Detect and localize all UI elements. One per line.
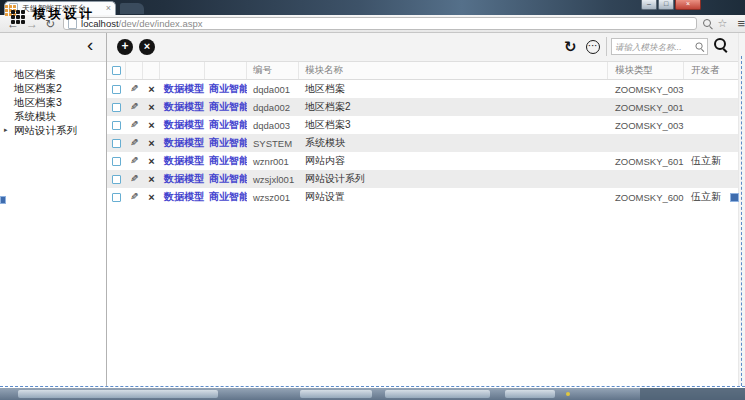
checkbox-icon[interactable] xyxy=(112,121,121,130)
delete-button[interactable]: × xyxy=(143,134,160,152)
sidebar-item-label: 地区档案3 xyxy=(14,96,62,108)
refresh-icon[interactable]: ↻ xyxy=(564,38,577,55)
edit-pencil-icon[interactable]: ✎ xyxy=(130,174,138,184)
row-checkbox[interactable] xyxy=(107,152,126,170)
data-model-link[interactable]: 数据模型 xyxy=(160,190,204,204)
module-table: 编号 模块名称 模块类型 开发者 ✎ × 数据模型 商业智能 dqda001 地… xyxy=(107,62,738,206)
business-intelligence-link[interactable]: 商业智能 xyxy=(205,82,247,96)
browser-menu-icon[interactable]: ≡ xyxy=(737,17,745,30)
collapse-sidebar-icon[interactable]: ‹ xyxy=(87,34,93,56)
search-box[interactable] xyxy=(611,38,708,55)
data-model-link[interactable]: 数据模型 xyxy=(160,172,204,186)
table-row: ✎ × 数据模型 商业智能 dqda001 地区档案 ZOOMSKY_003 xyxy=(107,80,738,98)
delete-button[interactable]: × xyxy=(143,152,160,170)
sidebar-item[interactable]: ▸ 系统模块 xyxy=(0,109,106,123)
advanced-search-icon[interactable] xyxy=(714,38,728,52)
data-model-link[interactable]: 数据模型 xyxy=(160,154,204,168)
edit-button[interactable]: ✎ xyxy=(126,80,143,98)
sidebar-item[interactable]: ▸ 地区档案 xyxy=(0,67,106,81)
select-all-checkbox[interactable] xyxy=(107,62,126,79)
delete-button[interactable]: × xyxy=(143,98,160,116)
checkbox-icon[interactable] xyxy=(112,103,121,112)
edit-button[interactable]: ✎ xyxy=(126,188,143,206)
checkbox-icon[interactable] xyxy=(112,193,121,202)
new-tab-button[interactable] xyxy=(120,3,144,14)
row-checkbox[interactable] xyxy=(107,134,126,152)
business-intelligence-link[interactable]: 商业智能 xyxy=(205,172,247,186)
sidebar: ▸ 地区档案 ▸ 地区档案2 ▸ 地区档案3 ▸ 系统模块 ▸ 网站设计系列 xyxy=(0,62,106,386)
edit-pencil-icon[interactable]: ✎ xyxy=(130,120,138,130)
edit-button[interactable]: ✎ xyxy=(126,170,143,188)
taskbar-item[interactable] xyxy=(385,390,490,398)
business-intelligence-link[interactable]: 商业智能 xyxy=(205,136,247,150)
data-model-link[interactable]: 数据模型 xyxy=(160,82,204,96)
checkbox-icon[interactable] xyxy=(112,175,121,184)
module-developer xyxy=(684,98,738,116)
header-edit-col xyxy=(126,62,143,79)
checkbox-icon[interactable] xyxy=(112,85,121,94)
row-checkbox[interactable] xyxy=(107,116,126,134)
edit-pencil-icon[interactable]: ✎ xyxy=(130,102,138,112)
checkbox-icon[interactable] xyxy=(112,139,121,148)
module-developer xyxy=(684,170,738,188)
data-model-link[interactable]: 数据模型 xyxy=(160,100,204,114)
data-model-link[interactable]: 数据模型 xyxy=(160,136,204,150)
delete-x-icon[interactable]: × xyxy=(148,174,154,185)
module-developer xyxy=(684,134,738,152)
tab-close-icon[interactable]: × xyxy=(106,4,111,13)
expand-arrow-icon[interactable]: ▸ xyxy=(4,123,8,137)
edit-pencil-icon[interactable]: ✎ xyxy=(130,138,138,148)
edit-button[interactable]: ✎ xyxy=(126,98,143,116)
checkbox-icon[interactable] xyxy=(112,66,121,75)
row-checkbox[interactable] xyxy=(107,188,126,206)
edit-button[interactable]: ✎ xyxy=(126,116,143,134)
more-options-icon[interactable]: ··· xyxy=(586,40,600,54)
close-button[interactable]: × xyxy=(675,0,701,10)
sidebar-item[interactable]: ▸ 网站设计系列 xyxy=(0,123,106,137)
sidebar-item[interactable]: ▸ 地区档案3 xyxy=(0,95,106,109)
delete-module-button[interactable]: × xyxy=(139,39,155,55)
business-intelligence-link[interactable]: 商业智能 xyxy=(205,100,247,114)
edit-pencil-icon[interactable]: ✎ xyxy=(130,84,138,94)
add-module-button[interactable]: + xyxy=(117,39,133,55)
sidebar-item-label: 地区档案2 xyxy=(14,82,62,94)
maximize-button[interactable]: □ xyxy=(658,0,674,10)
business-intelligence-link[interactable]: 商业智能 xyxy=(205,118,247,132)
checkbox-icon[interactable] xyxy=(112,157,121,166)
bookmark-star-icon[interactable]: ☆ xyxy=(718,18,728,29)
business-intelligence-link[interactable]: 商业智能 xyxy=(205,190,247,204)
delete-x-icon[interactable]: × xyxy=(148,84,154,95)
sidebar-item-label: 地区档案 xyxy=(14,68,56,80)
business-intelligence-link[interactable]: 商业智能 xyxy=(205,154,247,168)
row-checkbox[interactable] xyxy=(107,170,126,188)
search-icon[interactable] xyxy=(695,42,703,50)
data-model-link[interactable]: 数据模型 xyxy=(160,118,204,132)
edit-pencil-icon[interactable]: ✎ xyxy=(130,192,138,202)
taskbar-item[interactable] xyxy=(18,390,218,398)
header-delete-col xyxy=(143,62,160,79)
sidebar-item[interactable]: ▸ 地区档案2 xyxy=(0,81,106,95)
url-bar[interactable]: localhost/dev/dev/index.aspx xyxy=(63,17,696,30)
minimize-button[interactable]: – xyxy=(641,0,657,10)
delete-button[interactable]: × xyxy=(143,170,160,188)
module-code: wznr001 xyxy=(247,152,299,170)
taskbar-item[interactable] xyxy=(505,390,555,398)
row-checkbox[interactable] xyxy=(107,80,126,98)
edit-button[interactable]: ✎ xyxy=(126,134,143,152)
delete-x-icon[interactable]: × xyxy=(148,192,154,203)
module-type xyxy=(608,170,684,188)
delete-x-icon[interactable]: × xyxy=(148,102,154,113)
taskbar-item[interactable] xyxy=(300,390,372,398)
zoom-icon[interactable] xyxy=(703,19,713,29)
delete-x-icon[interactable]: × xyxy=(148,156,154,167)
delete-button[interactable]: × xyxy=(143,116,160,134)
delete-x-icon[interactable]: × xyxy=(148,138,154,149)
taskbar[interactable] xyxy=(0,388,745,400)
delete-button[interactable]: × xyxy=(143,80,160,98)
search-input[interactable] xyxy=(615,42,695,52)
edit-button[interactable]: ✎ xyxy=(126,152,143,170)
delete-x-icon[interactable]: × xyxy=(148,120,154,131)
delete-button[interactable]: × xyxy=(143,188,160,206)
row-checkbox[interactable] xyxy=(107,98,126,116)
edit-pencil-icon[interactable]: ✎ xyxy=(130,156,138,166)
